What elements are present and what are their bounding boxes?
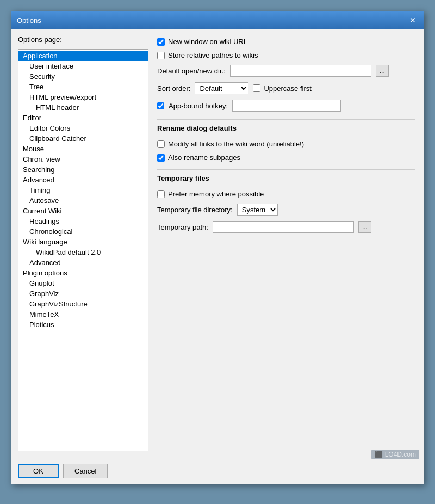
store-relative-checkbox[interactable] — [157, 52, 165, 59]
store-relative-label: Store relative pathes to wikis — [168, 51, 258, 59]
default-dir-label: Default open/new dir.: — [157, 67, 226, 75]
prefer-memory-checkbox[interactable] — [157, 190, 165, 198]
temp-path-browse-btn[interactable]: ... — [358, 221, 371, 233]
also-rename-label: Also rename subpages — [168, 153, 240, 162]
uppercase-row: Uppercase first — [253, 84, 311, 93]
dialog-footer: OK Cancel — [11, 458, 424, 484]
rename-section-title: Rename dialog defaults — [157, 124, 415, 132]
uppercase-checkbox[interactable] — [253, 84, 260, 92]
prefer-memory-row: Prefer memory where possible — [157, 190, 415, 198]
tree-item-tree[interactable]: Tree — [18, 82, 148, 92]
temp-files-section-title: Temporary files — [157, 174, 415, 182]
temp-files-section-header: Temporary files — [157, 167, 415, 185]
new-window-checkbox[interactable] — [157, 38, 165, 46]
temp-dir-select[interactable]: SystemCustom — [237, 204, 278, 216]
temp-dir-row: Temporary file directory: SystemCustom — [157, 204, 415, 216]
tree-item-security[interactable]: Security — [18, 71, 148, 82]
tree-item-gnuplot[interactable]: Gnuplot — [18, 278, 148, 288]
modify-links-label: Modify all links to the wiki word (unrel… — [168, 140, 304, 148]
also-rename-row: Also rename subpages — [157, 153, 415, 162]
tree-item-graphviz-structure[interactable]: GraphVizStructure — [18, 299, 148, 309]
temp-path-row: Temporary path: ... — [157, 221, 415, 233]
title-bar: Options ✕ — [11, 11, 424, 29]
tree-item-wiki-language[interactable]: Wiki language — [18, 237, 148, 247]
tree-item-timing[interactable]: Timing — [18, 185, 148, 195]
tree-item-graphviz[interactable]: GraphViz — [18, 288, 148, 299]
hotkey-label: App-bound hotkey: — [169, 102, 228, 110]
tree-item-autosave[interactable]: Autosave — [18, 195, 148, 206]
tree-item-chron-view[interactable]: Chron. view — [18, 154, 148, 164]
new-window-label: New window on wiki URL — [168, 38, 247, 46]
options-tree: ApplicationUser interfaceSecurityTreeHTM… — [18, 49, 148, 451]
hotkey-checkbox[interactable] — [157, 102, 164, 109]
tree-item-user-interface[interactable]: User interface — [18, 61, 148, 71]
tree-item-mouse[interactable]: Mouse — [18, 144, 148, 154]
tree-item-ploticus[interactable]: Ploticus — [18, 319, 148, 330]
tree-item-advanced[interactable]: Advanced — [18, 175, 148, 185]
hotkey-row: App-bound hotkey: — [157, 100, 415, 112]
sort-order-label: Sort order: — [157, 84, 190, 93]
left-panel: Options page: ApplicationUser interfaceS… — [18, 35, 148, 451]
sort-order-select[interactable]: DefaultAscendingDescending — [195, 82, 248, 94]
default-dir-input[interactable] — [230, 65, 371, 77]
uppercase-label: Uppercase first — [264, 84, 311, 93]
tree-item-mimetex[interactable]: MimeTeX — [18, 309, 148, 319]
store-relative-row: Store relative pathes to wikis — [157, 51, 415, 59]
tree-item-editor[interactable]: Editor — [18, 113, 148, 123]
tree-item-application[interactable]: Application — [18, 51, 148, 61]
dialog-title: Options — [17, 16, 41, 24]
dialog-content: Options page: ApplicationUser interfaceS… — [11, 29, 424, 458]
tree-item-html-preview[interactable]: HTML preview/export — [18, 92, 148, 102]
close-button[interactable]: ✕ — [407, 15, 418, 26]
watermark: ⬛ LO4D.com — [371, 450, 419, 459]
tree-item-html-header[interactable]: HTML header — [18, 102, 148, 113]
temp-path-label: Temporary path: — [157, 223, 208, 231]
new-window-row: New window on wiki URL — [157, 38, 415, 46]
default-dir-row: Default open/new dir.: ... — [157, 65, 415, 77]
tree-item-plugin-options[interactable]: Plugin options — [18, 268, 148, 278]
cancel-button[interactable]: Cancel — [63, 464, 108, 478]
tree-item-searching[interactable]: Searching — [18, 164, 148, 175]
temp-path-input[interactable] — [213, 221, 354, 233]
right-panel: New window on wiki URL Store relative pa… — [155, 35, 417, 451]
options-page-label: Options page: — [18, 35, 148, 44]
ok-button[interactable]: OK — [18, 464, 59, 478]
tree-item-editor-colors[interactable]: Editor Colors — [18, 123, 148, 133]
prefer-memory-label: Prefer memory where possible — [168, 190, 264, 198]
sort-order-row: Sort order: DefaultAscendingDescending U… — [157, 82, 415, 94]
modify-links-row: Modify all links to the wiki word (unrel… — [157, 140, 415, 148]
tree-item-chronological[interactable]: Chronological — [18, 226, 148, 237]
tree-item-advanced2[interactable]: Advanced — [18, 257, 148, 268]
tree-item-clipboard-catcher[interactable]: Clipboard Catcher — [18, 133, 148, 144]
tree-item-current-wiki[interactable]: Current Wiki — [18, 206, 148, 216]
modify-links-checkbox[interactable] — [157, 140, 165, 148]
also-rename-checkbox[interactable] — [157, 154, 165, 162]
tree-item-wikidpad-default[interactable]: WikidPad default 2.0 — [18, 247, 148, 257]
temp-dir-label: Temporary file directory: — [157, 206, 233, 214]
options-dialog: Options ✕ Options page: ApplicationUser … — [11, 11, 424, 484]
rename-section-header: Rename dialog defaults — [157, 117, 415, 134]
hotkey-input[interactable] — [232, 100, 341, 112]
default-dir-browse-btn[interactable]: ... — [376, 65, 389, 77]
tree-item-headings[interactable]: Headings — [18, 216, 148, 226]
